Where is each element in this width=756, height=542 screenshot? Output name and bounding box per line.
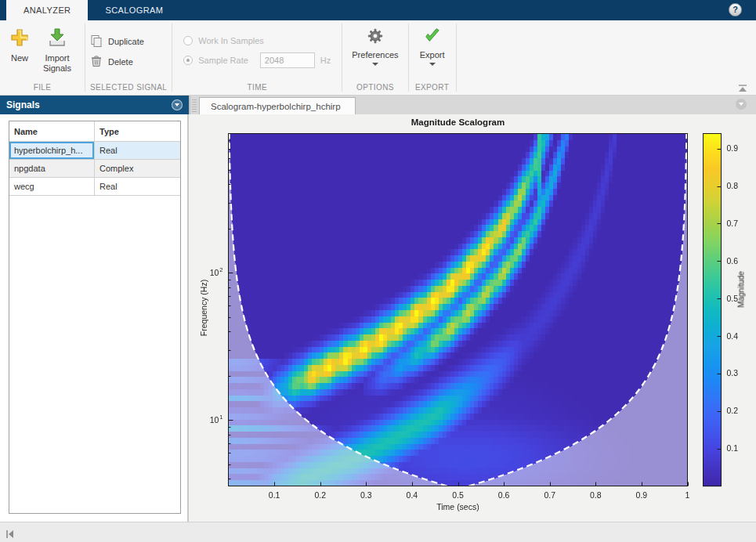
preferences-label: Preferences <box>352 50 398 60</box>
collapse-ribbon-icon[interactable] <box>737 82 748 92</box>
section-label-time: TIME <box>177 81 337 95</box>
column-header-name[interactable]: Name <box>9 121 95 141</box>
panel-header-row: Signals Scalogram-hyperbolchirp_hchirp <box>0 96 756 114</box>
radio-icon <box>183 36 193 45</box>
section-label-export: EXPORT <box>414 81 451 95</box>
signals-collapse-icon[interactable] <box>172 99 183 110</box>
signal-name-cell[interactable]: hyperbolchirp_h... <box>9 142 95 159</box>
export-label: Export <box>420 50 445 60</box>
duplicate-label: Duplicate <box>108 37 144 46</box>
ribbon-tab-bar: ANALYZER SCALOGRAM ? <box>0 0 756 20</box>
plus-icon <box>9 27 30 51</box>
document-collapse-icon[interactable] <box>736 99 747 110</box>
help-icon[interactable]: ? <box>729 3 742 16</box>
new-button-label: New <box>11 53 28 63</box>
status-bar <box>0 522 756 542</box>
sample-rate-input[interactable] <box>260 52 315 68</box>
section-export: Export EXPORT <box>409 20 456 95</box>
preferences-button[interactable]: Preferences <box>348 25 402 68</box>
tab-scalogram-document[interactable]: Scalogram-hyperbolchirp_hchirp <box>199 97 356 114</box>
tab-analyzer[interactable]: ANALYZER <box>6 0 88 20</box>
section-selected-signal: Duplicate Delete SELECTED SIGNAL <box>85 20 172 95</box>
section-file: New Import Signals FILE <box>0 20 85 95</box>
wavelet-analyzer-app: ANALYZER SCALOGRAM ? New Import Signals <box>0 0 756 542</box>
radio-selected-icon <box>183 56 193 65</box>
column-header-type[interactable]: Type <box>95 121 180 141</box>
section-time: Work In Samples Sample Rate Hz TIME <box>172 20 342 95</box>
new-button[interactable]: New <box>5 25 34 66</box>
section-label-options: OPTIONS <box>347 81 403 95</box>
import-icon <box>47 27 67 51</box>
sample-rate-unit: Hz <box>320 56 331 65</box>
import-signals-label: Import Signals <box>39 53 75 74</box>
duplicate-icon <box>90 34 103 49</box>
chevron-down-icon <box>372 63 378 66</box>
table-row[interactable]: hyperbolchirp_h... Real <box>9 142 180 160</box>
ribbon-divider <box>456 23 457 92</box>
y-axis-label: Frequency (Hz) <box>199 265 208 351</box>
trash-icon <box>90 55 103 69</box>
import-signals-button[interactable]: Import Signals <box>35 25 79 76</box>
tab-scalogram[interactable]: SCALOGRAM <box>88 0 180 20</box>
signal-type-cell[interactable]: Complex <box>95 160 180 177</box>
table-header-row: Name Type <box>9 121 180 142</box>
signal-name-cell[interactable]: npgdata <box>9 160 95 177</box>
section-options: Preferences OPTIONS <box>342 20 407 95</box>
section-label-file: FILE <box>5 81 80 95</box>
scalogram-plot-panel: Magnitude Scalogram Time (secs) Frequenc… <box>189 114 756 522</box>
signal-type-cell[interactable]: Real <box>95 142 180 159</box>
signals-panel: Name Type hyperbolchirp_h... Real npgdat… <box>0 114 189 522</box>
sample-rate-label: Sample Rate <box>198 56 248 65</box>
delete-label: Delete <box>108 57 133 67</box>
signal-type-cell[interactable]: Real <box>95 178 180 195</box>
check-icon <box>424 27 441 48</box>
duplicate-button[interactable]: Duplicate <box>90 34 144 49</box>
sample-rate-radio[interactable]: Sample Rate Hz <box>183 52 331 68</box>
delete-button[interactable]: Delete <box>90 55 144 69</box>
document-tab-bar: Scalogram-hyperbolchirp_hchirp <box>189 96 756 114</box>
x-axis-label: Time (secs) <box>229 502 687 511</box>
section-label-selected-signal: SELECTED SIGNAL <box>90 81 167 95</box>
work-in-samples-radio[interactable]: Work In Samples <box>183 36 331 45</box>
plot-title: Magnitude Scalogram <box>229 117 687 127</box>
colorbar-label: Magnitude <box>737 247 746 333</box>
ribbon-toolbar: New Import Signals FILE <box>0 20 756 96</box>
signals-panel-title: Signals <box>6 99 40 110</box>
chevron-down-icon <box>429 63 436 66</box>
signal-name-cell[interactable]: wecg <box>9 178 95 195</box>
minimize-left-panel-icon[interactable] <box>5 528 16 537</box>
signals-table: Name Type hyperbolchirp_h... Real npgdat… <box>9 121 181 514</box>
table-row[interactable]: wecg Real <box>9 178 180 196</box>
scalogram-plot[interactable] <box>189 114 755 520</box>
drag-grip-icon <box>192 99 197 112</box>
work-in-samples-label: Work In Samples <box>198 36 264 45</box>
gear-icon <box>367 27 384 48</box>
table-row[interactable]: npgdata Complex <box>9 160 180 178</box>
signals-panel-header: Signals <box>0 96 189 114</box>
export-button[interactable]: Export <box>416 25 449 68</box>
